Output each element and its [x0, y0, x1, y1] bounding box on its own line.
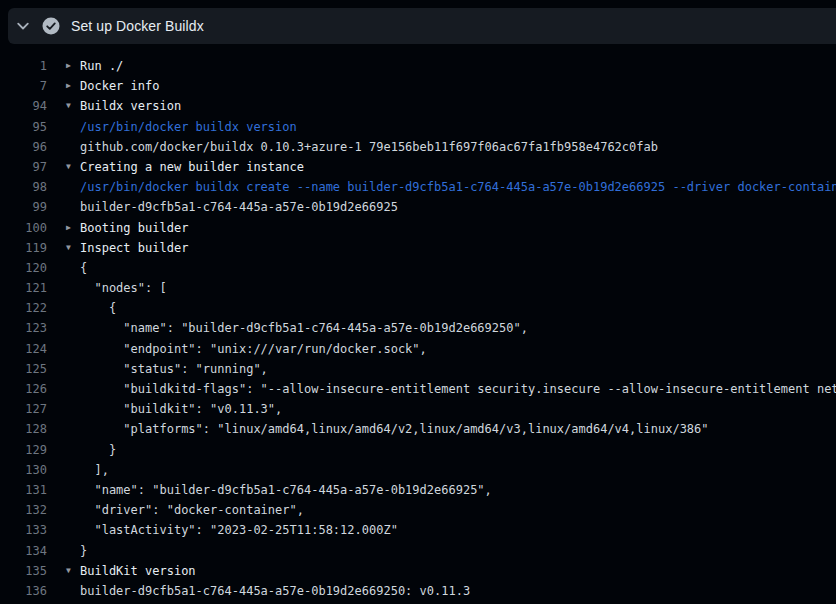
toggle-spacer [47, 117, 80, 137]
log-output-row: 128 "platforms": "linux/amd64,linux/amd6… [0, 419, 836, 439]
log-group-row[interactable]: 119▼Inspect builder [0, 238, 836, 258]
log-text: Run ./ [80, 56, 123, 76]
log-group-row[interactable]: 100▶Booting builder [0, 218, 836, 238]
log-text: } [80, 541, 87, 561]
toggle-spacer [47, 177, 80, 197]
line-number[interactable]: 99 [0, 197, 47, 217]
log-text: { [80, 298, 116, 318]
log-output-row: 95/usr/bin/docker buildx version [0, 117, 836, 137]
log-output-row: 121 "nodes": [ [0, 278, 836, 298]
toggle-spacer [47, 298, 80, 318]
toggle-spacer [47, 318, 80, 338]
log-text: Inspect builder [80, 238, 188, 258]
line-number[interactable]: 1 [0, 56, 47, 76]
log-text: "buildkitd-flags": "--allow-insecure-ent… [80, 379, 836, 399]
log-text: builder-d9cfb5a1-c764-445a-a57e-0b19d2e6… [80, 197, 398, 217]
check-circle-icon [42, 17, 60, 35]
log-output-row: 98/usr/bin/docker buildx create --name b… [0, 177, 836, 197]
line-number[interactable]: 132 [0, 500, 47, 520]
line-number[interactable]: 98 [0, 177, 47, 197]
line-number[interactable]: 133 [0, 520, 47, 540]
log-group-row[interactable]: 97▼Creating a new builder instance [0, 157, 836, 177]
line-number[interactable]: 122 [0, 298, 47, 318]
triangle-down-icon[interactable]: ▼ [47, 96, 80, 116]
log-output-row: 120{ [0, 258, 836, 278]
line-number[interactable]: 126 [0, 379, 47, 399]
log-text: "status": "running", [80, 359, 268, 379]
line-number[interactable]: 135 [0, 561, 47, 581]
line-number[interactable]: 96 [0, 137, 47, 157]
triangle-right-icon[interactable]: ▶ [47, 218, 80, 238]
line-number[interactable]: 95 [0, 117, 47, 137]
log-text: "driver": "docker-container", [80, 500, 304, 520]
log-group-row[interactable]: 1▶Run ./ [0, 56, 836, 76]
line-number[interactable]: 119 [0, 238, 47, 258]
line-number[interactable]: 120 [0, 258, 47, 278]
log-output-row: 136builder-d9cfb5a1-c764-445a-a57e-0b19d… [0, 581, 836, 601]
triangle-down-icon[interactable]: ▼ [47, 238, 80, 258]
log-text: "endpoint": "unix:///var/run/docker.sock… [80, 339, 427, 359]
line-number[interactable]: 131 [0, 480, 47, 500]
log-text: /usr/bin/docker buildx create --name bui… [80, 177, 836, 197]
toggle-spacer [47, 419, 80, 439]
log-output-row: 125 "status": "running", [0, 359, 836, 379]
log-output-row: 122 { [0, 298, 836, 318]
line-number[interactable]: 97 [0, 157, 47, 177]
log-text: builder-d9cfb5a1-c764-445a-a57e-0b19d2e6… [80, 581, 470, 601]
log-text: Booting builder [80, 218, 188, 238]
log-output-row: 134} [0, 541, 836, 561]
triangle-down-icon[interactable]: ▼ [47, 157, 80, 177]
chevron-down-icon[interactable] [15, 18, 31, 34]
toggle-spacer [47, 197, 80, 217]
log-text: ], [80, 460, 109, 480]
line-number[interactable]: 127 [0, 399, 47, 419]
line-number[interactable]: 94 [0, 96, 47, 116]
line-number[interactable]: 125 [0, 359, 47, 379]
line-number[interactable]: 100 [0, 218, 47, 238]
log-text: Buildx version [80, 96, 181, 116]
log-text: /usr/bin/docker buildx version [80, 117, 297, 137]
toggle-spacer [47, 379, 80, 399]
toggle-spacer [47, 359, 80, 379]
log-text: } [80, 440, 116, 460]
toggle-spacer [47, 399, 80, 419]
log-output-row: 131 "name": "builder-d9cfb5a1-c764-445a-… [0, 480, 836, 500]
line-number[interactable]: 124 [0, 339, 47, 359]
log-output-row: 130 ], [0, 460, 836, 480]
log-group-row[interactable]: 135▼BuildKit version [0, 561, 836, 581]
line-number[interactable]: 136 [0, 581, 47, 601]
line-number[interactable]: 134 [0, 541, 47, 561]
toggle-spacer [47, 339, 80, 359]
log-area: 1▶Run ./7▶Docker info94▼Buildx version95… [0, 44, 836, 604]
line-number[interactable]: 128 [0, 419, 47, 439]
triangle-right-icon[interactable]: ▶ [47, 76, 80, 96]
line-number[interactable]: 130 [0, 460, 47, 480]
toggle-spacer [47, 137, 80, 157]
step-title: Set up Docker Buildx [71, 18, 204, 34]
toggle-spacer [47, 541, 80, 561]
toggle-spacer [47, 460, 80, 480]
log-text: BuildKit version [80, 561, 196, 581]
triangle-right-icon[interactable]: ▶ [47, 56, 80, 76]
triangle-down-icon[interactable]: ▼ [47, 561, 80, 581]
line-number[interactable]: 123 [0, 318, 47, 338]
toggle-spacer [47, 520, 80, 540]
log-text: "name": "builder-d9cfb5a1-c764-445a-a57e… [80, 318, 528, 338]
line-number[interactable]: 121 [0, 278, 47, 298]
log-text: "buildkit": "v0.11.3", [80, 399, 282, 419]
log-output-row: 126 "buildkitd-flags": "--allow-insecure… [0, 379, 836, 399]
log-text: Creating a new builder instance [80, 157, 304, 177]
step-header[interactable]: Set up Docker Buildx [8, 8, 836, 44]
log-text: Docker info [80, 76, 159, 96]
log-text: { [80, 258, 87, 278]
line-number[interactable]: 7 [0, 76, 47, 96]
log-text: "lastActivity": "2023-02-25T11:58:12.000… [80, 520, 398, 540]
log-output-row: 99builder-d9cfb5a1-c764-445a-a57e-0b19d2… [0, 197, 836, 217]
line-number[interactable]: 129 [0, 440, 47, 460]
log-group-row[interactable]: 7▶Docker info [0, 76, 836, 96]
log-text: "name": "builder-d9cfb5a1-c764-445a-a57e… [80, 480, 492, 500]
actions-log-viewer: Set up Docker Buildx 1▶Run ./7▶Docker in… [0, 0, 836, 604]
log-output-row: 123 "name": "builder-d9cfb5a1-c764-445a-… [0, 318, 836, 338]
log-output-row: 127 "buildkit": "v0.11.3", [0, 399, 836, 419]
log-group-row[interactable]: 94▼Buildx version [0, 96, 836, 116]
